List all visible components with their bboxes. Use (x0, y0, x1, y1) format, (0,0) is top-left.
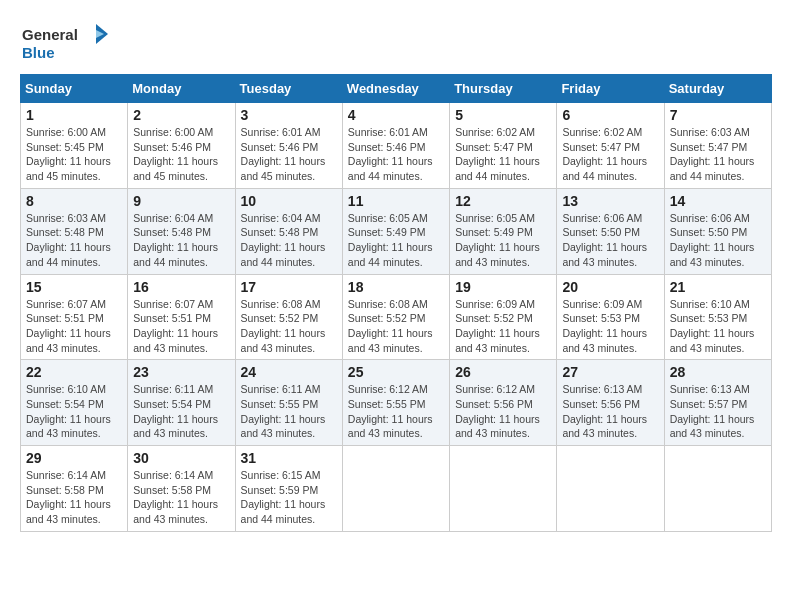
calendar-cell: 20Sunrise: 6:09 AMSunset: 5:53 PMDayligh… (557, 274, 664, 360)
day-number: 29 (26, 450, 122, 466)
day-number: 15 (26, 279, 122, 295)
calendar-cell: 11Sunrise: 6:05 AMSunset: 5:49 PMDayligh… (342, 188, 449, 274)
column-header-friday: Friday (557, 75, 664, 103)
calendar-cell: 30Sunrise: 6:14 AMSunset: 5:58 PMDayligh… (128, 446, 235, 532)
calendar-cell: 8Sunrise: 6:03 AMSunset: 5:48 PMDaylight… (21, 188, 128, 274)
calendar-cell: 1Sunrise: 6:00 AMSunset: 5:45 PMDaylight… (21, 103, 128, 189)
column-header-saturday: Saturday (664, 75, 771, 103)
day-info: Sunrise: 6:07 AMSunset: 5:51 PMDaylight:… (26, 297, 122, 356)
day-number: 5 (455, 107, 551, 123)
day-info: Sunrise: 6:13 AMSunset: 5:57 PMDaylight:… (670, 382, 766, 441)
calendar-cell (342, 446, 449, 532)
calendar-week-row: 29Sunrise: 6:14 AMSunset: 5:58 PMDayligh… (21, 446, 772, 532)
day-info: Sunrise: 6:12 AMSunset: 5:55 PMDaylight:… (348, 382, 444, 441)
calendar-table: SundayMondayTuesdayWednesdayThursdayFrid… (20, 74, 772, 532)
calendar-cell: 19Sunrise: 6:09 AMSunset: 5:52 PMDayligh… (450, 274, 557, 360)
day-number: 7 (670, 107, 766, 123)
day-number: 25 (348, 364, 444, 380)
day-number: 22 (26, 364, 122, 380)
day-info: Sunrise: 6:00 AMSunset: 5:46 PMDaylight:… (133, 125, 229, 184)
calendar-cell: 25Sunrise: 6:12 AMSunset: 5:55 PMDayligh… (342, 360, 449, 446)
calendar-cell: 16Sunrise: 6:07 AMSunset: 5:51 PMDayligh… (128, 274, 235, 360)
day-number: 14 (670, 193, 766, 209)
column-header-sunday: Sunday (21, 75, 128, 103)
calendar-cell: 26Sunrise: 6:12 AMSunset: 5:56 PMDayligh… (450, 360, 557, 446)
day-info: Sunrise: 6:03 AMSunset: 5:47 PMDaylight:… (670, 125, 766, 184)
calendar-cell: 13Sunrise: 6:06 AMSunset: 5:50 PMDayligh… (557, 188, 664, 274)
calendar-cell: 31Sunrise: 6:15 AMSunset: 5:59 PMDayligh… (235, 446, 342, 532)
calendar-week-row: 15Sunrise: 6:07 AMSunset: 5:51 PMDayligh… (21, 274, 772, 360)
day-info: Sunrise: 6:15 AMSunset: 5:59 PMDaylight:… (241, 468, 337, 527)
day-info: Sunrise: 6:02 AMSunset: 5:47 PMDaylight:… (455, 125, 551, 184)
logo: General Blue (20, 20, 110, 64)
day-number: 1 (26, 107, 122, 123)
day-info: Sunrise: 6:02 AMSunset: 5:47 PMDaylight:… (562, 125, 658, 184)
calendar-cell: 5Sunrise: 6:02 AMSunset: 5:47 PMDaylight… (450, 103, 557, 189)
calendar-cell: 2Sunrise: 6:00 AMSunset: 5:46 PMDaylight… (128, 103, 235, 189)
column-header-monday: Monday (128, 75, 235, 103)
calendar-cell: 22Sunrise: 6:10 AMSunset: 5:54 PMDayligh… (21, 360, 128, 446)
day-number: 30 (133, 450, 229, 466)
day-info: Sunrise: 6:04 AMSunset: 5:48 PMDaylight:… (133, 211, 229, 270)
day-number: 10 (241, 193, 337, 209)
column-header-wednesday: Wednesday (342, 75, 449, 103)
calendar-cell: 12Sunrise: 6:05 AMSunset: 5:49 PMDayligh… (450, 188, 557, 274)
calendar-cell: 15Sunrise: 6:07 AMSunset: 5:51 PMDayligh… (21, 274, 128, 360)
day-info: Sunrise: 6:06 AMSunset: 5:50 PMDaylight:… (670, 211, 766, 270)
day-info: Sunrise: 6:04 AMSunset: 5:48 PMDaylight:… (241, 211, 337, 270)
logo-icon: General Blue (20, 20, 110, 64)
day-info: Sunrise: 6:07 AMSunset: 5:51 PMDaylight:… (133, 297, 229, 356)
calendar-cell (450, 446, 557, 532)
day-number: 12 (455, 193, 551, 209)
day-info: Sunrise: 6:12 AMSunset: 5:56 PMDaylight:… (455, 382, 551, 441)
calendar-header-row: SundayMondayTuesdayWednesdayThursdayFrid… (21, 75, 772, 103)
calendar-cell: 17Sunrise: 6:08 AMSunset: 5:52 PMDayligh… (235, 274, 342, 360)
calendar-cell: 24Sunrise: 6:11 AMSunset: 5:55 PMDayligh… (235, 360, 342, 446)
day-info: Sunrise: 6:05 AMSunset: 5:49 PMDaylight:… (455, 211, 551, 270)
day-number: 19 (455, 279, 551, 295)
day-info: Sunrise: 6:05 AMSunset: 5:49 PMDaylight:… (348, 211, 444, 270)
calendar-cell: 9Sunrise: 6:04 AMSunset: 5:48 PMDaylight… (128, 188, 235, 274)
day-info: Sunrise: 6:14 AMSunset: 5:58 PMDaylight:… (26, 468, 122, 527)
calendar-cell: 3Sunrise: 6:01 AMSunset: 5:46 PMDaylight… (235, 103, 342, 189)
calendar-week-row: 8Sunrise: 6:03 AMSunset: 5:48 PMDaylight… (21, 188, 772, 274)
calendar-cell: 28Sunrise: 6:13 AMSunset: 5:57 PMDayligh… (664, 360, 771, 446)
calendar-cell: 4Sunrise: 6:01 AMSunset: 5:46 PMDaylight… (342, 103, 449, 189)
calendar-cell: 27Sunrise: 6:13 AMSunset: 5:56 PMDayligh… (557, 360, 664, 446)
day-number: 24 (241, 364, 337, 380)
calendar-cell: 6Sunrise: 6:02 AMSunset: 5:47 PMDaylight… (557, 103, 664, 189)
day-info: Sunrise: 6:01 AMSunset: 5:46 PMDaylight:… (348, 125, 444, 184)
calendar-cell: 29Sunrise: 6:14 AMSunset: 5:58 PMDayligh… (21, 446, 128, 532)
day-info: Sunrise: 6:13 AMSunset: 5:56 PMDaylight:… (562, 382, 658, 441)
day-number: 31 (241, 450, 337, 466)
day-number: 9 (133, 193, 229, 209)
calendar-cell: 18Sunrise: 6:08 AMSunset: 5:52 PMDayligh… (342, 274, 449, 360)
day-number: 16 (133, 279, 229, 295)
day-number: 3 (241, 107, 337, 123)
day-info: Sunrise: 6:11 AMSunset: 5:54 PMDaylight:… (133, 382, 229, 441)
calendar-cell: 7Sunrise: 6:03 AMSunset: 5:47 PMDaylight… (664, 103, 771, 189)
page-header: General Blue (20, 20, 772, 64)
day-number: 23 (133, 364, 229, 380)
day-number: 6 (562, 107, 658, 123)
day-info: Sunrise: 6:10 AMSunset: 5:54 PMDaylight:… (26, 382, 122, 441)
day-info: Sunrise: 6:14 AMSunset: 5:58 PMDaylight:… (133, 468, 229, 527)
day-number: 4 (348, 107, 444, 123)
day-info: Sunrise: 6:09 AMSunset: 5:53 PMDaylight:… (562, 297, 658, 356)
svg-text:Blue: Blue (22, 44, 55, 61)
column-header-tuesday: Tuesday (235, 75, 342, 103)
day-info: Sunrise: 6:08 AMSunset: 5:52 PMDaylight:… (241, 297, 337, 356)
calendar-cell: 21Sunrise: 6:10 AMSunset: 5:53 PMDayligh… (664, 274, 771, 360)
day-number: 13 (562, 193, 658, 209)
svg-text:General: General (22, 26, 78, 43)
calendar-cell (664, 446, 771, 532)
column-header-thursday: Thursday (450, 75, 557, 103)
day-info: Sunrise: 6:01 AMSunset: 5:46 PMDaylight:… (241, 125, 337, 184)
day-number: 28 (670, 364, 766, 380)
day-info: Sunrise: 6:10 AMSunset: 5:53 PMDaylight:… (670, 297, 766, 356)
day-number: 27 (562, 364, 658, 380)
calendar-cell: 10Sunrise: 6:04 AMSunset: 5:48 PMDayligh… (235, 188, 342, 274)
day-number: 11 (348, 193, 444, 209)
day-info: Sunrise: 6:11 AMSunset: 5:55 PMDaylight:… (241, 382, 337, 441)
day-number: 18 (348, 279, 444, 295)
